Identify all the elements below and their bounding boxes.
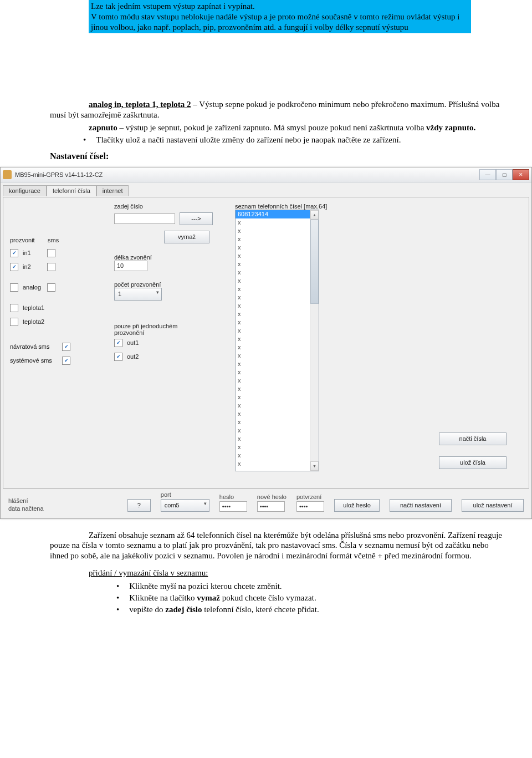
chk-out2[interactable]	[114, 353, 122, 361]
list-item[interactable]: x	[236, 426, 319, 435]
save-settings-button[interactable]: ulož nastavení	[462, 499, 524, 512]
list-item[interactable]: x	[236, 393, 319, 401]
highlight-line2: V tomto módu stav vstupu neblokuje nadál…	[91, 12, 469, 33]
bullet-click-position: Klikněte myší na pozici kterou chcete zm…	[116, 582, 504, 591]
list-item[interactable]: x	[236, 260, 319, 268]
titlebar: MB95-mini-GPRS v14-11-12-CZ — ▢ ✕	[1, 167, 531, 182]
label-analog-chk: analog	[23, 284, 43, 291]
list-item[interactable]: x	[236, 435, 319, 443]
label-in2: in2	[23, 263, 43, 270]
list-item[interactable]: x	[236, 268, 319, 277]
highlight-box: Lze tak jedním vstupem výstup zapínat i …	[89, 0, 471, 33]
select-port[interactable]: com5	[161, 499, 209, 512]
save-password-button[interactable]: ulož heslo	[334, 499, 380, 512]
list-item[interactable]: x	[236, 460, 319, 468]
list-item[interactable]: x	[236, 352, 319, 360]
list-item[interactable]: x	[236, 443, 319, 451]
add-number-button[interactable]: --->	[180, 212, 213, 225]
list-item[interactable]: 608123414	[236, 210, 319, 218]
chk-navratova[interactable]	[62, 343, 70, 351]
minimize-button[interactable]: —	[479, 169, 496, 180]
list-item[interactable]: x	[236, 318, 319, 327]
delete-button[interactable]: vymaž	[164, 231, 209, 243]
help-button[interactable]: ?	[127, 499, 151, 512]
list-item[interactable]: x	[236, 277, 319, 285]
tab-internet[interactable]: internet	[96, 185, 129, 196]
column-list: seznam telefonních čísel [max.64] 608123…	[235, 203, 429, 480]
list-item[interactable]: x	[236, 343, 319, 352]
app-icon	[3, 170, 12, 179]
list-item[interactable]: x	[236, 227, 319, 235]
maximize-button[interactable]: ▢	[496, 169, 513, 180]
label-navratova: návratová sms	[10, 343, 58, 350]
list-item[interactable]: x	[236, 410, 319, 418]
chk-teplota2[interactable]	[10, 318, 18, 326]
tab-konfigurace[interactable]: konfigurace	[3, 185, 47, 196]
bullet-list-2: Klikněte myší na pozici kterou chcete zm…	[116, 582, 504, 614]
input-potvrzeni[interactable]	[296, 501, 324, 512]
list-item[interactable]: x	[236, 418, 319, 426]
list-item[interactable]: x	[236, 385, 319, 393]
list-item[interactable]: x	[236, 401, 319, 410]
paragraph-analog: analog in, teplota 1, teplota 2 – Výstup…	[50, 99, 504, 120]
section-heading-numbers: Nastavení čísel:	[50, 151, 504, 161]
bullet-save-load: Tlačítky ulož a načti nastavení uložte z…	[83, 135, 504, 145]
paragraph-zarizeni: Zařízení obsahuje seznam až 64 telefonní…	[50, 530, 504, 561]
chk-in1-prozvonit[interactable]	[10, 249, 18, 257]
label-teplota1: teplota1	[23, 304, 44, 311]
tab-telefonni-cisla[interactable]: telefonní čísla	[47, 185, 96, 196]
label-heslo: heslo	[219, 494, 247, 500]
column-checkboxes: prozvonit sms in1 in2 analog	[10, 203, 104, 480]
list-item[interactable]: x	[236, 377, 319, 385]
bullet-click-vymaz: Klikněte na tlačítko vymaž pokud chcete …	[116, 593, 504, 603]
list-item[interactable]: x	[236, 327, 319, 335]
list-item[interactable]: x	[236, 360, 319, 368]
chk-analog-prozvonit[interactable]	[10, 283, 18, 292]
select-pocet[interactable]: 1	[114, 288, 162, 301]
label-nove-heslo: nové heslo	[257, 494, 287, 500]
chk-in2-sms[interactable]	[47, 263, 55, 271]
list-item[interactable]: x	[236, 451, 319, 460]
list-item[interactable]: x	[236, 218, 319, 227]
chk-in2-prozvonit[interactable]	[10, 263, 18, 271]
label-analog: analog in, teplota 1, teplota 2	[89, 100, 191, 109]
chk-teplota1[interactable]	[10, 304, 18, 312]
scroll-thumb[interactable]	[310, 220, 319, 304]
list-item[interactable]: x	[236, 243, 319, 252]
chk-analog-sms[interactable]	[47, 283, 55, 292]
chk-systemova[interactable]	[62, 357, 70, 365]
load-settings-button[interactable]: načti nastavení	[390, 499, 452, 512]
phone-listbox[interactable]: 608123414 x x x x x x x x x x x x x x x	[235, 210, 319, 471]
column-controls: zadej číslo ---> vymaž délka zvonění poč…	[114, 203, 225, 480]
label-out2: out2	[127, 353, 139, 360]
list-item[interactable]: x	[236, 310, 319, 318]
list-item[interactable]: x	[236, 302, 319, 310]
load-numbers-button[interactable]: načti čísla	[439, 433, 507, 445]
label-out1: out1	[127, 339, 139, 346]
window-title: MB95-mini-GPRS v14-11-12-CZ	[15, 171, 479, 178]
chk-in1-sms[interactable]	[47, 249, 55, 257]
list-item[interactable]: x	[236, 252, 319, 260]
scroll-up-icon[interactable]: ▲	[310, 210, 319, 220]
scrollbar[interactable]: ▲ ▼	[310, 210, 319, 471]
list-item[interactable]: x	[236, 335, 319, 343]
input-nove-heslo[interactable]	[257, 501, 285, 512]
scroll-down-icon[interactable]: ▼	[310, 461, 319, 471]
bullet-vepiste: vepište do zadej číslo telefonní číslo, …	[116, 605, 504, 614]
input-number[interactable]	[114, 213, 175, 224]
label-systemova: systémové sms	[10, 357, 58, 364]
chk-out1[interactable]	[114, 339, 122, 347]
list-item[interactable]: x	[236, 285, 319, 293]
list-item[interactable]: x	[236, 235, 319, 243]
label-delka: délka zvonění	[114, 254, 225, 261]
close-button[interactable]: ✕	[513, 169, 529, 180]
list-item[interactable]: x	[236, 293, 319, 302]
save-numbers-button[interactable]: ulož čísla	[439, 456, 507, 469]
label-port: port	[161, 491, 209, 498]
list-item[interactable]: x	[236, 368, 319, 377]
input-heslo[interactable]	[219, 501, 247, 512]
input-delka[interactable]	[114, 261, 147, 271]
tab-body: prozvonit sms in1 in2 analog	[3, 197, 529, 489]
label-in1: in1	[23, 250, 43, 256]
bullet-list-1: Tlačítky ulož a načti nastavení uložte z…	[83, 135, 504, 145]
